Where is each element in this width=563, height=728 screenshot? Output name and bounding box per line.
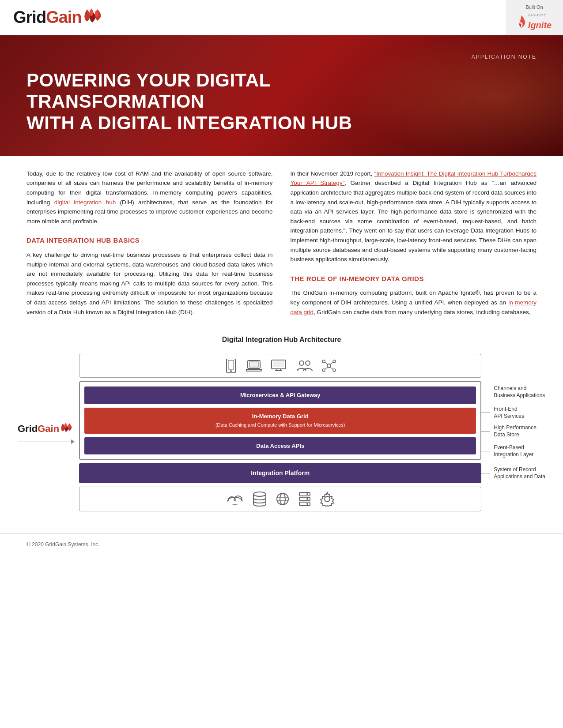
svg-line-26: [330, 362, 333, 364]
people-icon: [295, 360, 313, 372]
svg-marker-5: [61, 423, 65, 431]
mobile-icon: [225, 359, 237, 373]
label-event-line2: Integration Layer: [494, 451, 533, 458]
svg-point-18: [299, 361, 304, 365]
logo-grid-text: Grid: [13, 8, 46, 26]
section2-text: The GridGain in-memory computing platfor…: [291, 288, 537, 317]
label-highperf-line2: Data Store: [494, 432, 519, 438]
copyright-text: © 2020 GridGain Systems, Inc.: [26, 541, 100, 548]
svg-point-22: [333, 360, 336, 363]
label-eventbased: Event-Based Integration Layer: [481, 441, 545, 462]
label-channels-line2: Business Applications: [494, 392, 545, 398]
svg-rect-38: [299, 492, 310, 496]
gridgain-logo: GridGain: [13, 5, 106, 30]
inmemory-sub: (Data Caching and Compute with Support f…: [215, 422, 345, 428]
built-on-label: Built On: [525, 4, 543, 11]
svg-point-42: [306, 498, 308, 500]
right-intro-text: In their November 2019 report, "Innovati…: [291, 169, 537, 264]
label-highperf: High Performance Data Store: [481, 422, 545, 441]
monitor-icon: [271, 359, 287, 372]
footer: © 2020 GridGain Systems, Inc.: [0, 533, 563, 555]
inmemory-label: In-Memory Data Grid: [252, 413, 309, 420]
diagram-right-labels: Channels and Business Applications Front…: [481, 381, 545, 485]
gartner-link[interactable]: "Innovation Insight: The Digital Integra…: [291, 170, 537, 187]
ignite-text-block: apache Ignite: [528, 12, 552, 32]
diagram-left-logo: GridGain: [18, 421, 79, 444]
left-column: Today, due to the relatively low cost of…: [26, 169, 273, 317]
svg-rect-40: [299, 502, 310, 506]
label-system-line1: System of Record: [494, 466, 536, 473]
left-intro-text: Today, due to the relatively low cost of…: [26, 169, 273, 226]
svg-point-35: [280, 493, 285, 505]
svg-point-41: [306, 493, 308, 495]
ignite-area: Built On apache Ignite: [506, 0, 563, 35]
cloud-icon: [226, 493, 244, 505]
hero-title: POWERING YOUR DIGITAL TRANSFORMATION WIT…: [26, 70, 380, 134]
svg-point-23: [322, 369, 325, 372]
data-access-bar: Data Access APIs: [84, 437, 476, 455]
system-row: [79, 487, 481, 511]
label-highperf-line1: High Performance: [494, 424, 537, 431]
diagram-layers: Microservices & API Gateway In-Memory Da…: [79, 354, 481, 511]
svg-point-44: [325, 496, 330, 502]
globe-icon: [276, 492, 290, 506]
dih-link[interactable]: digital integration hub: [54, 199, 116, 206]
label-channels: Channels and Business Applications: [481, 381, 545, 404]
hero-title-line1: POWERING YOUR DIGITAL TRANSFORMATION: [26, 70, 270, 112]
svg-point-43: [306, 503, 308, 505]
label-channels-line1: Channels and: [494, 385, 526, 391]
connector-arrow: [18, 439, 75, 444]
app-note-label: APPLICATION NOTE: [26, 53, 537, 61]
ignite-label: Ignite: [528, 20, 552, 30]
svg-line-28: [330, 367, 333, 369]
cog-icon: [320, 492, 335, 507]
ignite-flame-icon: [517, 15, 526, 29]
label-frontend-line1: Front-End: [494, 406, 517, 412]
laptop-icon: [246, 360, 262, 372]
diagram-logo-flames: [60, 423, 75, 435]
ignite-logo: apache Ignite: [517, 12, 552, 32]
svg-point-20: [327, 364, 331, 368]
svg-rect-11: [228, 360, 234, 369]
database-icon: [253, 492, 267, 507]
svg-point-33: [253, 492, 266, 496]
logo-gain-text: Gain: [46, 8, 81, 26]
hero-title-line2: WITH A DIGITAL INTEGRATION HUB: [26, 113, 352, 133]
svg-point-12: [230, 370, 232, 372]
label-event-line1: Event-Based: [494, 444, 524, 450]
svg-marker-0: [84, 9, 91, 22]
diagram-title: Digital Integration Hub Architecture: [18, 334, 545, 345]
label-frontend-line2: API Services: [494, 413, 524, 419]
logo-area: GridGain: [0, 0, 119, 35]
section1-text: A key challenge to driving real-time bus…: [26, 250, 273, 317]
apache-label: apache: [528, 12, 552, 19]
inmemory-bar: In-Memory Data Grid (Data Caching and Co…: [84, 408, 476, 434]
svg-rect-14: [249, 362, 258, 367]
label-systemofrecord: System of Record Applications and Data: [481, 462, 545, 485]
network-icon: [322, 360, 336, 372]
svg-line-25: [325, 362, 328, 364]
svg-point-34: [277, 493, 288, 505]
middle-bracket: Microservices & API Gateway In-Memory Da…: [79, 381, 481, 460]
inmemory-link[interactable]: in-memory data grid: [291, 299, 537, 315]
microservices-bar: Microservices & API Gateway: [84, 387, 476, 404]
svg-point-19: [306, 361, 310, 365]
main-content: Today, due to the relatively low cost of…: [0, 156, 563, 330]
svg-line-27: [325, 367, 328, 369]
section2-heading: THE ROLE OF IN-MEMORY DATA GRIDS: [291, 274, 537, 284]
section1-heading: DATA INTEGRATION HUB BASICS: [26, 236, 273, 246]
hero-section: APPLICATION NOTE POWERING YOUR DIGITAL T…: [0, 35, 563, 156]
diagram-section: Digital Integration Hub Architecture Gri…: [0, 330, 563, 525]
integration-bar: Integration Platform: [79, 463, 481, 483]
server-icon: [299, 492, 311, 507]
svg-point-24: [333, 369, 336, 372]
diagram-container: GridGain: [18, 354, 545, 511]
svg-rect-16: [273, 361, 284, 367]
svg-rect-32: [228, 501, 242, 504]
right-column: In their November 2019 report, "Innovati…: [291, 169, 537, 317]
header: GridGain Built On apache Ignite: [0, 0, 563, 35]
diagram-logo: GridGain: [18, 421, 75, 436]
channels-row: [79, 354, 481, 378]
label-system-line2: Applications and Data: [494, 473, 545, 480]
svg-point-21: [322, 360, 325, 363]
